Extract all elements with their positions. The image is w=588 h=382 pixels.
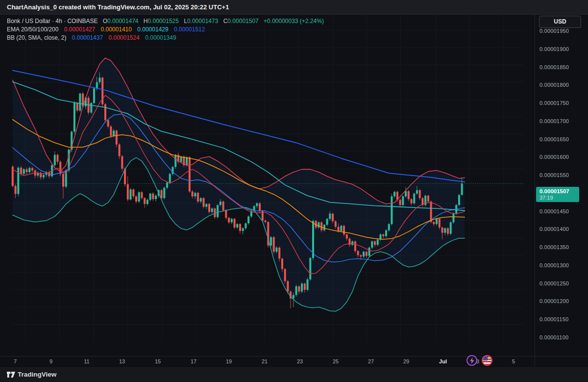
ema100-value: 0.00001429	[137, 26, 168, 33]
price-tick-label: 0.00001650	[539, 136, 569, 142]
currency-toggle-button[interactable]: USD	[539, 16, 581, 28]
time-tick-label: 13	[119, 358, 125, 364]
price-tick-label: 0.00001200	[539, 298, 569, 304]
tradingview-chart-window: ChartAnalysis_0 created with TradingView…	[0, 0, 588, 382]
price-tick-label: 0.00001100	[539, 334, 568, 340]
ohlc-high-value: 0.00001525	[148, 18, 179, 25]
time-tick-label: 15	[155, 358, 161, 364]
price-tick-label: 0.00001400	[539, 226, 569, 232]
time-tick-label: 17	[191, 358, 196, 364]
ohlc-low-label: L	[184, 18, 187, 25]
legend-bb-row[interactable]: BB (20, SMA, close, 2) 0.00001437 0.0000…	[7, 34, 324, 42]
price-tick-label: 0.00001550	[539, 172, 569, 178]
ohlc-open-value: 0.00001474	[107, 18, 138, 25]
chart-panel: Bonk / US Dollar · 4h · COINBASE O0.0000…	[0, 15, 588, 366]
time-tick-label: 29	[403, 358, 409, 364]
price-axis[interactable]: USD 0.000019500.000019000.000018500.0000…	[535, 15, 588, 366]
time-tick-label: 19	[226, 358, 232, 364]
price-tick-label: 0.00001850	[539, 64, 569, 70]
price-tick-label: 0.00001150	[539, 316, 568, 322]
price-tick-label: 0.00001900	[539, 46, 569, 52]
price-tick-label: 0.00001350	[539, 244, 569, 250]
ema200-value: 0.00001512	[174, 26, 205, 33]
price-tick-label: 0.00001800	[539, 82, 569, 88]
price-chart[interactable]	[0, 15, 535, 366]
time-tick-label: 21	[262, 358, 268, 364]
price-tick-label: 0.00001700	[539, 118, 569, 124]
legend-symbol-row[interactable]: Bonk / US Dollar · 4h · COINBASE O0.0000…	[7, 17, 324, 25]
time-tick-label: 23	[297, 358, 303, 364]
symbol-title[interactable]: Bonk / US Dollar · 4h · COINBASE	[7, 18, 98, 25]
ohlc-low-value: 0.00001473	[187, 18, 218, 25]
title-bar: ChartAnalysis_0 created with TradingView…	[0, 0, 588, 15]
bb-basis-value: 0.00001437	[72, 34, 103, 41]
time-tick-label: Jul	[439, 358, 447, 364]
brand-bar: TradingView	[0, 366, 588, 382]
price-tick-label: 0.00001250	[539, 280, 569, 286]
time-tick-label: 7	[14, 358, 17, 364]
price-tick-label: 0.00001600	[539, 154, 569, 160]
ema-indicator-label[interactable]: EMA 20/50/100/200	[7, 26, 58, 33]
time-tick-label: 27	[368, 358, 374, 364]
us-flag-icon[interactable]	[482, 355, 492, 366]
ohlc-high-label: H	[144, 18, 148, 25]
ema50-value: 0.00001410	[101, 26, 132, 33]
time-tick-label: 5	[512, 358, 515, 364]
legend-ema-row[interactable]: EMA 20/50/100/200 0.00001427 0.00001410 …	[7, 25, 324, 33]
price-tick-label: 0.00001950	[539, 28, 569, 34]
chart-legend[interactable]: Bonk / US Dollar · 4h · COINBASE O0.0000…	[7, 17, 324, 42]
ohlc-close-value: 0.00001507	[227, 18, 258, 25]
lightning-bolt-glyph	[469, 357, 475, 364]
page-title: ChartAnalysis_0 created with TradingView…	[7, 0, 229, 14]
price-tick-label: 0.00001300	[539, 262, 569, 268]
flag-canton	[483, 356, 488, 360]
time-tick-label: 11	[84, 358, 89, 364]
bb-upper-value: 0.00001524	[108, 34, 139, 41]
tradingview-logo-icon[interactable]	[6, 370, 16, 379]
time-axis[interactable]: 7911131517192123252729Jul35	[0, 356, 588, 367]
change-value: +0.00000033 (+2.24%)	[264, 18, 324, 25]
ohlc-open-label: O	[103, 18, 107, 25]
last-price-value: 0.00001507	[539, 188, 579, 195]
tradingview-brand-text[interactable]: TradingView	[18, 367, 56, 382]
time-tick-label: 25	[333, 358, 339, 364]
price-tick-label: 0.00001750	[539, 100, 569, 106]
bar-countdown: 37:19	[539, 195, 579, 201]
lightning-icon[interactable]	[466, 355, 477, 366]
ema20-value: 0.00001427	[64, 26, 95, 33]
last-price-badge: 0.00001507 37:19	[536, 187, 579, 202]
price-tick-label: 0.00001450	[539, 208, 569, 214]
bb-indicator-label[interactable]: BB (20, SMA, close, 2)	[7, 34, 66, 41]
bb-lower-value: 0.00001349	[145, 34, 176, 41]
time-tick-label: 9	[49, 358, 52, 364]
